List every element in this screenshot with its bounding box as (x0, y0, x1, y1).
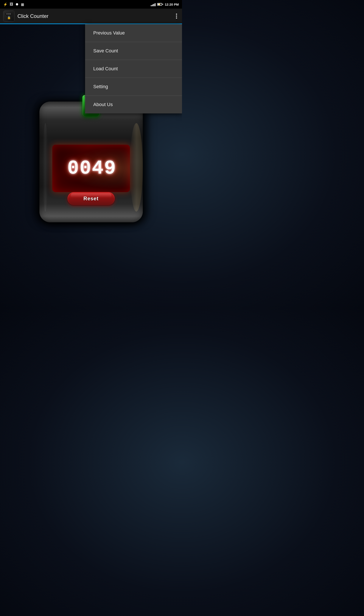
digit-0: 0 (67, 159, 78, 178)
reset-button[interactable]: Reset (67, 192, 115, 205)
usb-icon: ⚡ (3, 2, 8, 6)
overflow-dot-2 (176, 15, 177, 17)
menu-item-save-count[interactable]: Save Count (85, 42, 182, 60)
dropdown-menu: Previous Value Save Count Load Count Set… (85, 24, 182, 113)
battery-bolt: ⚡ (158, 3, 161, 5)
status-bar: ⚡ 🖼 ⏺ ▦ ⚡ 12:20 PM (0, 0, 182, 9)
device-body: 0 0 4 9 Reset (39, 102, 143, 222)
app-icon-lock: 🔒 (7, 16, 11, 19)
digit-3: 9 (104, 159, 115, 178)
reset-label: Reset (83, 196, 98, 202)
menu-icon: ▦ (21, 2, 24, 6)
display-digits: 0 0 4 9 (67, 159, 115, 178)
app-icon: 0000 🔒 (3, 11, 14, 22)
battery-body: ⚡ (157, 3, 162, 6)
signal-bar-2 (152, 4, 153, 6)
device-left-highlight (43, 123, 48, 212)
battery-tip (162, 4, 163, 5)
menu-item-previous-value[interactable]: Previous Value (85, 24, 182, 42)
image-icon: 🖼 (10, 2, 13, 6)
overflow-menu-button[interactable] (174, 12, 179, 20)
signal-strength (151, 2, 156, 6)
app-icon-inner: 0000 🔒 (3, 11, 14, 22)
menu-item-setting[interactable]: Setting (85, 78, 182, 96)
digit-2: 4 (92, 159, 103, 178)
app-title: Click Counter (17, 13, 174, 19)
overflow-dot-1 (176, 14, 177, 15)
app-icon-counter-text: 0000 (6, 13, 12, 15)
signal-bar-1 (151, 5, 152, 6)
action-bar: 0000 🔒 Click Counter (0, 9, 182, 24)
menu-item-load-count[interactable]: Load Count (85, 60, 182, 78)
overflow-dot-3 (176, 17, 177, 19)
menu-item-about-us[interactable]: About Us (85, 96, 182, 113)
device-right-highlight (130, 123, 143, 212)
digit-1: 0 (79, 159, 90, 178)
counter-display: 0 0 4 9 (52, 145, 130, 192)
status-icons: ⚡ 🖼 ⏺ ▦ (3, 2, 24, 6)
signal-bar-3 (153, 4, 154, 6)
time-display: 12:20 PM (165, 3, 179, 6)
record-icon: ⏺ (15, 2, 19, 6)
battery-indicator: ⚡ (157, 3, 163, 6)
status-right: ⚡ 12:20 PM (151, 2, 179, 6)
signal-bar-4 (155, 3, 156, 6)
